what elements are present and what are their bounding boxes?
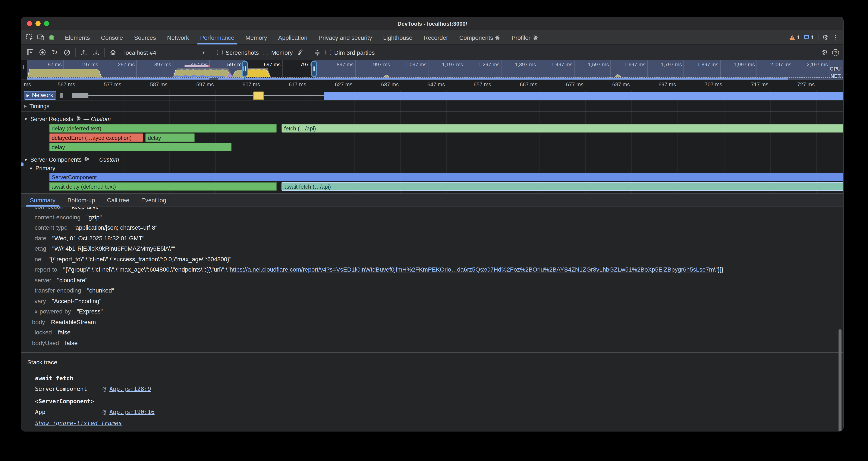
header-value: "chunked" [87, 287, 114, 294]
server-components-track-header[interactable]: ▼Server Components — Custom [21, 155, 843, 164]
react-devtools-icon[interactable] [48, 34, 56, 41]
tab-profiler[interactable]: Profiler [506, 30, 544, 45]
memory-checkbox[interactable]: Memory [263, 49, 293, 56]
tab-components[interactable]: Components [454, 30, 506, 45]
ruler-time-label: 567 ms [58, 82, 75, 88]
capture-settings-gear-icon[interactable]: ⚙ [822, 48, 828, 56]
screenshots-checkbox[interactable]: Screenshots [217, 49, 259, 56]
issues-badge[interactable]: 1 [804, 34, 814, 40]
scrollbar-thumb[interactable] [839, 329, 841, 431]
overview-time-label: 1,097 ms [405, 62, 427, 67]
source-location-link[interactable]: App.js:128:9 [110, 385, 151, 392]
timeline-event-bar[interactable]: delayedError (…ayed exception) [49, 134, 143, 142]
network-request-block[interactable] [72, 93, 88, 98]
timeline-event-bar[interactable]: ServerComponent [49, 173, 843, 181]
primary-thread-header[interactable]: ▼Primary [21, 164, 843, 172]
timeline-event-bar[interactable]: await fetch (…/api) [281, 182, 843, 191]
server-requests-track-header[interactable]: ▼Server Requests — Custom [21, 115, 843, 123]
cpu-lane-label: CPU [830, 66, 841, 72]
details-tab-event-log[interactable]: Event log [135, 194, 172, 206]
inspect-icon[interactable] [26, 34, 33, 41]
live-metrics-icon[interactable] [26, 48, 34, 57]
frame-at: @ [102, 385, 106, 392]
stack-trace-title: Stack trace [21, 356, 843, 367]
timeline-ruler[interactable]: ms 567 ms577 ms587 ms597 ms607 ms617 ms6… [21, 80, 843, 90]
device-toolbar-icon[interactable] [37, 34, 44, 41]
tab-label: Components [459, 34, 493, 41]
show-ignore-listed-frames-link[interactable]: Show ignore-listed frames [35, 420, 122, 426]
tab-application[interactable]: Application [273, 30, 313, 45]
more-options-icon[interactable]: ⋮ [832, 33, 839, 41]
history-select[interactable]: localhost #4 ▼ [121, 48, 209, 57]
timings-track[interactable]: ▶Timings [21, 101, 843, 111]
help-icon[interactable]: ? [832, 49, 839, 56]
settings-gear-icon[interactable]: ⚙ [822, 33, 828, 41]
header-row-vary: vary"Accept-Encoding" [21, 296, 843, 306]
summary-pane[interactable]: connection"keep-alive"content-encoding"g… [21, 207, 843, 431]
dim-3rd-parties-checkbox[interactable]: Dim 3rd parties [326, 49, 375, 56]
collapse-sections-icon[interactable] [313, 48, 322, 57]
details-tab-summary[interactable]: Summary [24, 194, 62, 206]
tab-lighthouse[interactable]: Lighthouse [378, 30, 418, 45]
timeline-event-bar[interactable]: delay [145, 134, 195, 142]
selection-left-handle[interactable] [242, 61, 248, 77]
tab-label: Application [278, 34, 307, 41]
tab-sources[interactable]: Sources [128, 30, 161, 45]
tab-recorder[interactable]: Recorder [418, 30, 454, 45]
clear-icon[interactable] [63, 48, 71, 57]
header-key: transfer-encoding [35, 287, 81, 294]
stack-frame: App@App.js:190:16 [35, 406, 843, 417]
atom-icon [533, 35, 538, 40]
network-request-bar[interactable] [324, 92, 843, 99]
header-key: x-powered-by [35, 308, 71, 315]
home-icon[interactable] [108, 48, 117, 57]
track-grip[interactable] [60, 93, 63, 98]
overview-time-label: 297 ms [118, 62, 135, 67]
upload-profile-icon[interactable] [80, 48, 88, 57]
network-track-label[interactable]: ▶Network [24, 91, 57, 99]
header-value: "{\"report_to\":\"cf-nel\",\"success_fra… [49, 256, 231, 263]
details-tab-call-tree[interactable]: Call tree [101, 194, 135, 206]
report-endpoint-link[interactable]: https://a.nel.cloudflare.com/report/v4?s… [229, 266, 714, 273]
long-task-bar [185, 65, 210, 67]
ruler-time-label: 667 ms [520, 82, 537, 88]
tab-label: Memory [245, 34, 267, 41]
frame-name: ServerComponent [35, 385, 102, 392]
header-value: "cloudflare" [57, 277, 87, 284]
overview-time-label: 1,697 ms [624, 62, 646, 67]
header-key: etag [35, 245, 46, 252]
timeline-overview[interactable]: 97 ms197 ms297 ms397 ms497 ms597 ms697 m… [21, 60, 843, 80]
atom-icon [84, 156, 89, 162]
details-scrollbar[interactable] [838, 207, 842, 431]
timeline-event-bar[interactable]: fetch (…/api) [281, 124, 843, 133]
tab-privacy-and-security[interactable]: Privacy and security [313, 30, 378, 45]
tab-console[interactable]: Console [95, 30, 129, 45]
tab-elements[interactable]: Elements [59, 30, 95, 45]
source-location-link[interactable]: App.js:190:16 [110, 408, 154, 415]
network-request-line [86, 95, 324, 96]
download-profile-icon[interactable] [92, 48, 100, 57]
reload-record-icon[interactable]: ↻ [51, 48, 59, 57]
tab-performance[interactable]: Performance [194, 30, 240, 45]
selection-right-handle[interactable] [311, 61, 317, 77]
garbage-collect-icon[interactable] [297, 48, 305, 57]
overview-network-bar [218, 78, 788, 80]
atom-icon [495, 35, 500, 40]
ruler-time-label: 697 ms [658, 82, 676, 88]
timeline-event-bar[interactable]: await delay (deferred text) [49, 182, 277, 191]
timeline-event-bar[interactable]: delay [49, 143, 232, 151]
overview-time-label: 1,197 ms [442, 62, 463, 67]
screen: DevTools - localhost:3000/ ElementsConso… [0, 0, 868, 461]
warnings-badge[interactable]: 1 [789, 34, 800, 40]
timeline-event-bar[interactable]: delay (deferred text) [49, 124, 277, 133]
tab-network[interactable]: Network [161, 30, 194, 45]
stack-frame-header: await fetch [35, 373, 843, 383]
details-tab-bottom-up[interactable]: Bottom-up [62, 194, 101, 206]
header-key: bodyUsed [32, 340, 59, 346]
header-row-body: bodyReadableStream [21, 317, 843, 327]
flamechart-tracks[interactable]: ▶Network ▶Timings ▼Server Requests — Cus… [21, 90, 843, 193]
tab-memory[interactable]: Memory [240, 30, 273, 45]
network-request-marker[interactable] [253, 91, 264, 100]
network-track[interactable]: ▶Network [21, 90, 843, 100]
record-icon[interactable] [38, 48, 46, 57]
